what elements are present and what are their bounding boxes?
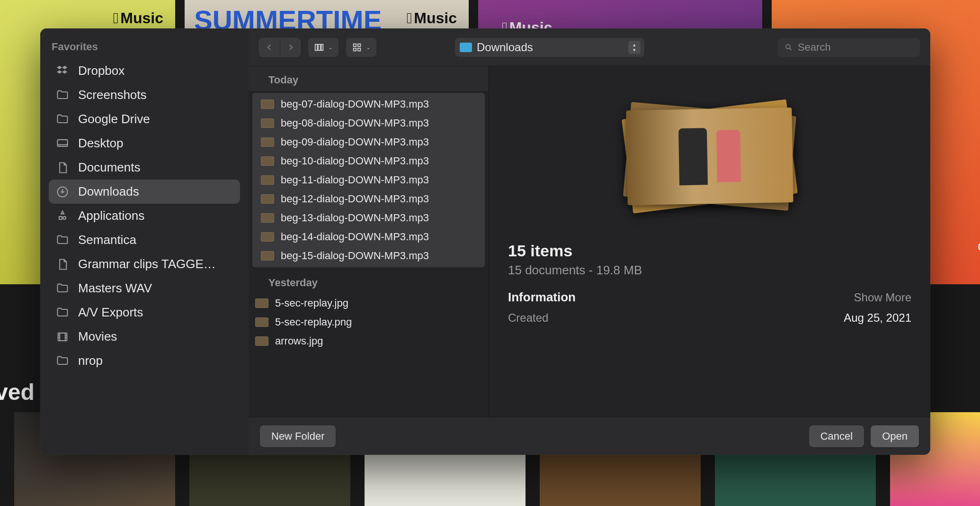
svg-rect-8 [354, 48, 356, 51]
file-name: beg-13-dialog-DOWN-MP3.mp3 [281, 212, 429, 224]
cancel-button[interactable]: Cancel [809, 425, 864, 447]
download-icon [55, 185, 70, 199]
sidebar-item-grammar-clips[interactable]: Grammar clips TAGGE… [49, 252, 240, 276]
file-row[interactable]: beg-10-dialog-DOWN-MP3.mp3 [254, 152, 483, 171]
sidebar-item-label: Dropbox [78, 63, 125, 78]
apps-icon [55, 209, 70, 223]
forward-button[interactable] [280, 38, 301, 57]
svg-rect-4 [318, 44, 321, 50]
search-field[interactable] [778, 38, 920, 57]
sidebar-item-documents[interactable]: Documents [49, 155, 240, 180]
file-name: beg-07-dialog-DOWN-MP3.mp3 [281, 98, 429, 110]
sidebar-item-downloads[interactable]: Downloads [49, 180, 240, 204]
location-label: Downloads [477, 41, 533, 54]
folder-icon [55, 306, 70, 320]
file-row[interactable]: beg-07-dialog-DOWN-MP3.mp3 [254, 95, 483, 114]
show-more-button[interactable]: Show More [854, 291, 911, 304]
doc-icon [55, 257, 70, 271]
sidebar-item-label: Semantica [78, 233, 136, 247]
information-heading: Information [508, 290, 576, 305]
preview-thumbnail-stack [508, 81, 911, 232]
search-icon [784, 43, 793, 52]
sidebar-item-label: Desktop [78, 136, 123, 151]
file-row[interactable]: arrows.jpg [249, 332, 489, 351]
chevron-down-icon: ⌄ [328, 44, 333, 51]
created-label: Created [508, 311, 548, 325]
svg-rect-9 [358, 48, 361, 51]
file-thumbnail-icon [261, 251, 274, 261]
file-thumbnail-icon [261, 156, 274, 166]
file-row[interactable]: beg-09-dialog-DOWN-MP3.mp3 [254, 133, 483, 152]
sidebar-item-applications[interactable]: Applications [49, 204, 240, 228]
file-thumbnail-icon [261, 232, 274, 242]
sidebar-item-screenshots[interactable]: Screenshots [49, 83, 240, 107]
file-row[interactable]: beg-14-dialog-DOWN-MP3.mp3 [254, 227, 483, 246]
file-thumbnail-icon [255, 336, 268, 346]
selection-count: 15 items [508, 242, 911, 260]
file-thumbnail-icon [261, 175, 274, 185]
sidebar-item-nrop[interactable]: nrop [49, 349, 240, 373]
svg-rect-6 [354, 44, 356, 46]
file-thumbnail-icon [261, 99, 274, 109]
sidebar-item-label: Downloads [78, 184, 139, 199]
dialog-footer: New Folder Cancel Open [249, 417, 930, 455]
file-row[interactable]: beg-15-dialog-DOWN-MP3.mp3 [254, 246, 483, 265]
file-name: 5-sec-replay.png [275, 316, 352, 328]
stepper-icon: ▴▾ [628, 41, 641, 54]
svg-rect-7 [358, 44, 361, 46]
sidebar-item-label: nrop [78, 353, 103, 368]
file-row[interactable]: beg-12-dialog-DOWN-MP3.mp3 [254, 190, 483, 208]
folder-icon [55, 112, 70, 126]
new-folder-button[interactable]: New Folder [260, 425, 336, 447]
sidebar-item-desktop[interactable]: Desktop [49, 131, 240, 155]
folder-icon [55, 88, 70, 102]
file-name: arrows.jpg [275, 335, 323, 347]
created-value: Aug 25, 2021 [844, 311, 911, 325]
sidebar-item-dropbox[interactable]: Dropbox [49, 59, 240, 83]
view-columns-button[interactable]: ⌄ [308, 38, 339, 57]
sidebar-word-fragment: ved [0, 379, 35, 405]
sidebar-item-av-exports[interactable]: A/V Exports [49, 300, 240, 325]
selection-summary: 15 documents - 19.8 MB [508, 263, 911, 278]
sidebar-item-label: Documents [78, 160, 141, 175]
sidebar-item-label: Grammar clips TAGGE… [78, 257, 216, 271]
chevron-down-icon: ⌄ [366, 44, 371, 51]
back-button[interactable] [259, 38, 280, 57]
file-thumbnail-icon [255, 317, 268, 327]
svg-rect-0 [58, 139, 68, 146]
sidebar-item-movies[interactable]: Movies [49, 325, 240, 349]
sidebar-item-masters-wav[interactable]: Masters WAV [49, 276, 240, 300]
file-thumbnail-icon [261, 194, 274, 204]
doc-icon [55, 161, 70, 175]
file-list-column[interactable]: Today beg-07-dialog-DOWN-MP3.mp3 beg-08-… [249, 66, 489, 417]
sidebar-item-semantica[interactable]: Semantica [49, 228, 240, 252]
file-row[interactable]: beg-13-dialog-DOWN-MP3.mp3 [254, 208, 483, 227]
apple-music-logo: Music [113, 9, 163, 27]
group-by-button[interactable]: ⌄ [346, 38, 376, 57]
search-input[interactable] [798, 41, 913, 54]
location-popup[interactable]: Downloads ▴▾ [455, 38, 644, 57]
file-row[interactable]: 5-sec-replay.png [249, 313, 489, 332]
svg-point-10 [786, 45, 790, 49]
sidebar-item-label: Google Drive [78, 112, 150, 126]
nav-back-forward [259, 38, 301, 57]
folder-icon [55, 354, 70, 368]
apple-music-logo: Music [407, 9, 457, 27]
file-name: beg-12-dialog-DOWN-MP3.mp3 [281, 193, 429, 205]
folder-icon [55, 281, 70, 296]
file-row[interactable]: 5-sec-replay.jpg [249, 294, 489, 313]
sidebar-item-google-drive[interactable]: Google Drive [49, 107, 240, 131]
album-caption: o Runs the nt anthem [978, 238, 980, 270]
group-heading-yesterday: Yesterday [249, 269, 489, 294]
file-name: beg-09-dialog-DOWN-MP3.mp3 [281, 136, 429, 148]
file-thumbnail-icon [261, 118, 274, 128]
file-name: beg-10-dialog-DOWN-MP3.mp3 [281, 155, 429, 167]
sidebar-item-label: Masters WAV [78, 281, 152, 296]
file-name: 5-sec-replay.jpg [275, 297, 348, 309]
svg-rect-3 [315, 44, 318, 50]
open-button[interactable]: Open [871, 425, 919, 447]
file-row[interactable]: beg-08-dialog-DOWN-MP3.mp3 [254, 114, 483, 133]
toolbar: ⌄ ⌄ Downloads ▴▾ [249, 28, 930, 66]
file-row[interactable]: beg-11-dialog-DOWN-MP3.mp3 [254, 171, 483, 190]
file-name: beg-14-dialog-DOWN-MP3.mp3 [281, 231, 429, 243]
